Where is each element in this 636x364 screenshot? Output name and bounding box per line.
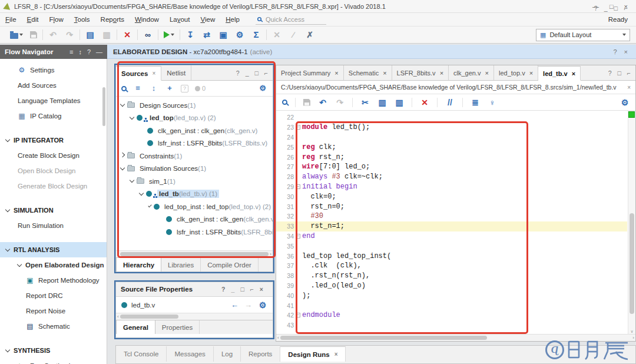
- close-icon[interactable]: ×: [383, 70, 386, 77]
- flow-navigator-scrollbar[interactable]: [102, 87, 105, 126]
- fold-icon[interactable]: −: [296, 125, 300, 130]
- help-icon[interactable]: ?: [87, 48, 91, 55]
- help-icon[interactable]: ?: [221, 286, 225, 293]
- expand-all-icon[interactable]: ↕: [149, 84, 158, 93]
- tree-item[interactable]: clk_gen_inst : clk_gen (clk_gen.v: [116, 213, 273, 226]
- tree-item[interactable]: led_tb (led_tb.v) (1): [116, 188, 273, 201]
- fold-icon[interactable]: −: [296, 313, 300, 317]
- code-line[interactable]: 32 #30: [276, 211, 627, 221]
- back-arrow-icon[interactable]: ←: [231, 300, 238, 309]
- relaunch-icon[interactable]: ⇄: [202, 30, 211, 39]
- sidebar-item-open-elaborated-design[interactable]: Open Elaborated Design: [0, 257, 107, 273]
- minimize-icon[interactable]: _: [246, 70, 249, 77]
- code-line[interactable]: 24: [276, 133, 627, 143]
- scroll-thumb[interactable]: [280, 336, 487, 340]
- bottom-tab-design-runs[interactable]: Design Runs×: [280, 346, 346, 362]
- help-icon[interactable]: ?: [594, 5, 598, 12]
- doc-tab-led_top-v[interactable]: led_top.v×: [494, 65, 538, 80]
- close-icon[interactable]: ×: [529, 70, 533, 77]
- subtab-hierarchy[interactable]: Hierarchy: [116, 257, 161, 272]
- scroll-left-icon[interactable]: ‹: [117, 252, 119, 257]
- code-line[interactable]: 41: [276, 300, 627, 310]
- sidebar-item-generate-block-design[interactable]: Generate Block Design: [0, 178, 107, 194]
- report-document-icon[interactable]: ▤: [85, 30, 95, 39]
- sigma-icon[interactable]: Σ: [251, 30, 261, 39]
- minimize-icon[interactable]: _: [231, 286, 235, 293]
- edit-pencil-icon[interactable]: ∕: [289, 30, 298, 39]
- fold-icon[interactable]: −: [296, 234, 300, 239]
- sidebar-item-open-block-design[interactable]: Open Block Design: [0, 163, 107, 178]
- doc-tab-lsfr_8bits-v[interactable]: LSFR_8bits.v×: [392, 65, 449, 80]
- menu-tools[interactable]: Tools: [69, 14, 95, 25]
- menu-help[interactable]: Help: [220, 14, 245, 25]
- code-line[interactable]: 23−module led_tb();: [276, 123, 627, 133]
- sidebar-item-run-synthesis[interactable]: ▶Run Synthesis: [0, 358, 107, 364]
- float-icon[interactable]: ⌐: [264, 70, 268, 77]
- help-badge-icon[interactable]: ?: [181, 85, 188, 92]
- close-icon[interactable]: ×: [152, 70, 155, 77]
- format-icon[interactable]: ≣: [471, 98, 480, 107]
- subtab-general[interactable]: General: [116, 320, 155, 334]
- stop-icon[interactable]: ✕: [272, 30, 281, 39]
- minimize-icon[interactable]: _: [604, 5, 608, 12]
- chevron-down-icon[interactable]: [130, 115, 134, 120]
- fold-icon[interactable]: −: [296, 184, 300, 189]
- collapse-all-icon[interactable]: ≡: [133, 84, 143, 93]
- bottom-tab-messages[interactable]: Messages: [167, 346, 213, 362]
- close-icon[interactable]: ×: [260, 286, 263, 293]
- bottom-tab-tcl-console[interactable]: Tcl Console: [116, 346, 167, 362]
- checklist-icon[interactable]: ▣: [218, 30, 228, 39]
- code-line[interactable]: 38 .rst_n(rst_n),: [276, 271, 627, 281]
- tab-sources[interactable]: Sources×: [116, 66, 161, 81]
- lightbulb-icon[interactable]: ♀: [488, 98, 497, 107]
- tree-item[interactable]: lsfr_inst : LSFR_8bits (LSFR_8bits.v): [116, 137, 273, 150]
- sfp-hscrollbar[interactable]: ‹: [116, 313, 273, 320]
- float-icon[interactable]: ⌐: [250, 286, 254, 293]
- sidebar-item-simulation[interactable]: SIMULATION: [0, 203, 107, 218]
- scroll-thumb[interactable]: [630, 213, 634, 314]
- gear-icon[interactable]: ⚙: [258, 300, 267, 310]
- add-icon[interactable]: +: [165, 84, 174, 93]
- save-icon[interactable]: [30, 31, 37, 38]
- tree-item[interactable]: Design Sources (1): [116, 99, 273, 112]
- redo-icon[interactable]: ↷: [65, 30, 74, 39]
- doc-tab-led_tb-v[interactable]: led_tb.v×: [538, 66, 581, 81]
- layout-selector-dropdown[interactable]: ▦ Default Layout: [536, 29, 630, 41]
- doc-tab-schematic[interactable]: Schematic×: [344, 65, 392, 80]
- sources-hscrollbar[interactable]: ‹ ›: [116, 250, 273, 257]
- delete-ed-icon[interactable]: ✕: [420, 98, 429, 107]
- sidebar-item-run-simulation[interactable]: Run Simulation: [0, 218, 107, 233]
- maximize-icon[interactable]: □: [240, 286, 244, 293]
- run-button[interactable]: [164, 31, 174, 38]
- chevron-down-icon[interactable]: [130, 178, 134, 183]
- undo-icon[interactable]: ↶: [48, 30, 58, 39]
- code-line[interactable]: 40);: [276, 290, 627, 300]
- delete-icon[interactable]: ✕: [122, 30, 132, 39]
- float-icon[interactable]: ⌐: [624, 5, 628, 12]
- tree-item[interactable]: Simulation Sources (1): [116, 163, 273, 176]
- maximize-icon[interactable]: □: [255, 70, 259, 77]
- sidebar-item-schematic[interactable]: ▤Schematic: [0, 319, 107, 334]
- code-line[interactable]: 29−initial begin: [276, 182, 627, 192]
- code-line[interactable]: 25reg clk;: [276, 142, 627, 152]
- sfp-file-row[interactable]: led_tb.v ← → ⚙: [116, 297, 273, 313]
- bottom-tab-log[interactable]: Log: [214, 346, 241, 362]
- close-icon[interactable]: ×: [334, 70, 338, 77]
- code-line[interactable]: 43: [276, 320, 627, 330]
- subtab-properties[interactable]: Properties: [155, 320, 200, 334]
- sidebar-item-ip-integrator[interactable]: IP INTEGRATOR: [0, 133, 107, 148]
- menu-layout[interactable]: Layout: [164, 14, 196, 25]
- close-icon[interactable]: ×: [440, 70, 443, 77]
- menu-window[interactable]: Window: [130, 14, 164, 25]
- code-line[interactable]: 27wire[7:0] led_o;: [276, 162, 627, 172]
- menu-file[interactable]: File: [0, 14, 22, 25]
- redo-icon[interactable]: ↷: [335, 98, 344, 107]
- code-line[interactable]: 36led_top led_top_inst(: [276, 251, 627, 261]
- bottom-tab-reports[interactable]: Reports: [241, 346, 280, 362]
- settings-gear-icon[interactable]: ⚙: [235, 30, 244, 39]
- chevron-down-icon[interactable]: [148, 204, 151, 207]
- close-icon[interactable]: ×: [627, 84, 631, 91]
- chevron-down-icon[interactable]: [120, 102, 125, 107]
- help-icon[interactable]: ?: [236, 70, 240, 77]
- code-line[interactable]: 42−endmodule: [276, 310, 627, 320]
